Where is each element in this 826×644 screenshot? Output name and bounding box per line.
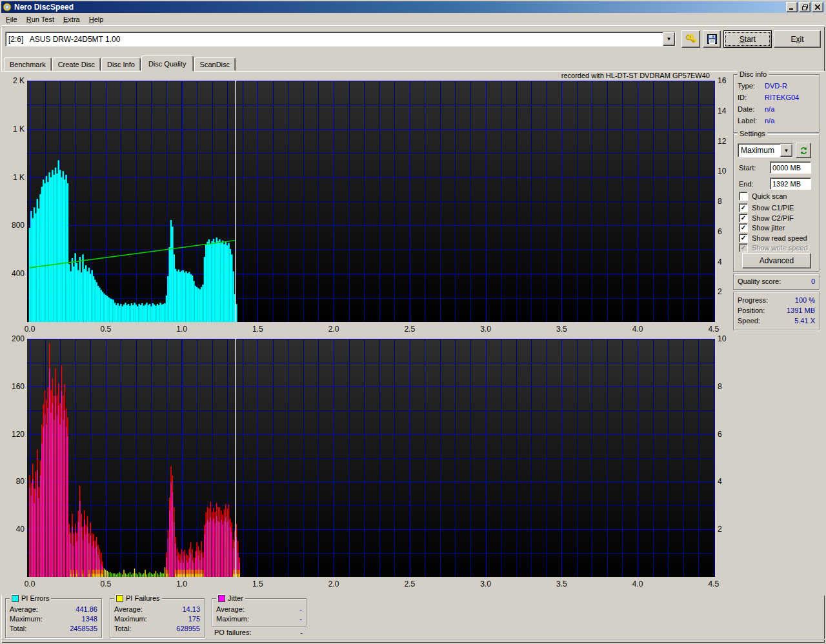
y-axis-tick: 200	[1, 334, 25, 343]
pi-errors-legend-box: PI Errors Average:441.86 Maximum:1348 To…	[5, 598, 102, 638]
checkbox-show-c1-pie[interactable]: ✓Show C1/PIE	[739, 203, 794, 212]
disc-info-title: Disc info	[738, 70, 769, 78]
tab-disc-quality[interactable]: Disc Quality	[141, 55, 194, 72]
y-axis-tick: 8	[718, 382, 736, 391]
quality-score-value: 0	[811, 277, 815, 285]
y-axis-tick: 2	[718, 525, 736, 534]
pi-failures-chart	[27, 339, 715, 577]
checkbox-icon: ✓	[739, 234, 748, 243]
recorded-with-label: recorded with HL-DT-ST DVDRAM GP57EW40	[561, 72, 710, 79]
drive-combobox[interactable]: [2:6] ASUS DRW-24D5MT 1.00 ▼	[5, 32, 676, 46]
position-value: 1391 MB	[787, 307, 815, 314]
advanced-button[interactable]: Advanced	[742, 253, 811, 268]
license-keys-button[interactable]	[681, 30, 700, 48]
x-axis-tick: 0.5	[95, 579, 117, 589]
y-axis-tick: 800	[1, 221, 25, 230]
checkbox-show-jitter[interactable]: ✓Show jitter	[739, 223, 785, 232]
license-keys-icon	[685, 34, 697, 45]
x-axis-tick: 0.0	[19, 325, 41, 334]
menu-extra[interactable]: Extra	[59, 14, 85, 25]
tab-benchmark[interactable]: Benchmark	[4, 57, 52, 71]
disc-id-label: ID:	[738, 94, 747, 101]
chevron-down-icon[interactable]: ▼	[663, 32, 675, 46]
x-axis-tick: 4.0	[627, 579, 649, 589]
tab-scandisc[interactable]: ScanDisc	[194, 57, 236, 71]
speed-select-value: Maximum	[738, 146, 780, 155]
y-axis-tick: 1 K	[1, 125, 25, 134]
menu-bar: File Run Test Extra Help	[1, 13, 825, 26]
disc-label-label: Label:	[738, 117, 757, 125]
disc-info-group: Disc info Type:DVD-R ID:RITEKG04 Date:n/…	[733, 74, 820, 133]
start-button[interactable]: Start	[723, 30, 772, 48]
y-axis-tick: 10	[718, 334, 736, 343]
menu-file[interactable]: File	[1, 14, 22, 25]
pi-failures-legend-title: PI Failures	[114, 594, 162, 602]
refresh-button[interactable]	[796, 143, 811, 158]
x-axis-tick: 2.0	[323, 579, 345, 589]
checkbox-quick-scan[interactable]: Quick scan	[739, 192, 787, 201]
disc-label-value: n/a	[765, 117, 774, 125]
start-mb-field[interactable]	[770, 161, 811, 174]
po-failures-value: -	[300, 629, 303, 636]
window-title: Nero DiscSpeed	[14, 3, 74, 12]
y-axis-tick: 80	[1, 477, 25, 486]
x-axis-tick: 1.5	[247, 325, 268, 334]
settings-title: Settings	[738, 130, 767, 137]
start-mb-label: Start:	[739, 164, 756, 172]
chevron-down-icon[interactable]: ▼	[780, 144, 792, 157]
checkbox-show-read-speed[interactable]: ✓Show read speed	[739, 234, 807, 243]
refresh-icon	[800, 146, 808, 155]
checkbox-show-c2-pif[interactable]: ✓Show C2/PIF	[739, 214, 794, 223]
restore-button[interactable]	[799, 2, 811, 12]
position-label: Position:	[738, 307, 765, 314]
pi-errors-swatch-icon	[12, 595, 19, 602]
x-axis-tick: 3.0	[475, 579, 497, 589]
menu-help[interactable]: Help	[85, 14, 108, 25]
checkbox-icon: ✓	[739, 223, 748, 232]
end-mb-label: End:	[739, 180, 754, 188]
x-axis-tick: 0.5	[95, 325, 117, 334]
po-failures-label: PO failures:	[214, 629, 251, 636]
tab-create-disc[interactable]: Create Disc	[52, 57, 101, 71]
y-axis-tick: 400	[1, 269, 25, 278]
checkbox-show-write-speed[interactable]: ✓Show write speed	[739, 243, 808, 252]
x-axis-tick: 2.5	[399, 579, 421, 589]
disc-date-label: Date:	[738, 105, 754, 113]
settings-group: Settings Maximum ▼ Start: End: Quick sca…	[733, 134, 820, 272]
quality-score-box: Quality score:0	[733, 274, 820, 290]
y-axis-tick: 2 K	[1, 76, 25, 85]
x-axis-tick: 1.5	[247, 579, 268, 589]
menu-run-test[interactable]: Run Test	[22, 14, 59, 25]
speed-select[interactable]: Maximum ▼	[738, 143, 793, 157]
x-axis-tick: 2.0	[323, 325, 345, 334]
y-axis-tick: 160	[1, 382, 25, 391]
speed-value: 5.41 X	[794, 317, 815, 325]
x-axis-tick: 3.0	[475, 325, 497, 334]
minimize-button[interactable]	[786, 2, 798, 12]
exit-button[interactable]: Exit	[774, 30, 821, 48]
y-axis-tick: 120	[1, 430, 25, 439]
disc-type-label: Type:	[738, 82, 755, 90]
save-button[interactable]	[703, 30, 721, 48]
quality-score-label: Quality score:	[738, 277, 781, 285]
jitter-swatch-icon	[218, 595, 225, 602]
tab-disc-info[interactable]: Disc Info	[101, 57, 141, 71]
disc-type-value: DVD-R	[765, 82, 787, 90]
x-axis-tick: 2.5	[399, 325, 421, 334]
pi-failures-swatch-icon	[116, 595, 123, 602]
y-axis-tick: 6	[718, 430, 736, 439]
end-mb-field[interactable]	[770, 177, 811, 190]
progress-box: Progress:100 % Position:1391 MB Speed:5.…	[733, 292, 820, 330]
checkbox-icon: ✓	[739, 243, 748, 252]
x-axis-tick: 3.5	[550, 579, 572, 589]
y-axis-tick: 4	[718, 477, 736, 486]
disc-id-value: RITEKG04	[765, 94, 799, 101]
speed-label: Speed:	[738, 317, 760, 325]
pi-failures-legend-box: PI Failures Average:14.13 Maximum:175 To…	[110, 598, 205, 638]
jitter-legend-box: Jitter Average:- Maximum:-	[212, 598, 307, 627]
x-axis-tick: 4.0	[627, 325, 649, 334]
close-button[interactable]	[812, 2, 823, 12]
title-bar: Nero DiscSpeed	[1, 1, 825, 13]
x-axis-tick: 1.0	[171, 579, 193, 589]
x-axis-tick: 4.5	[703, 325, 725, 334]
